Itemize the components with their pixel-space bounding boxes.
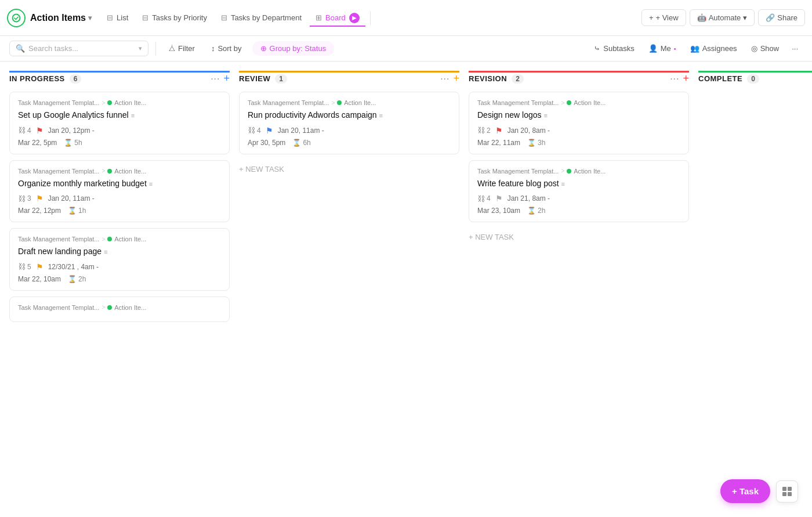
status-dot — [567, 100, 571, 105]
card-title: Write feature blog post≡ — [477, 178, 680, 190]
subtask-icon: ⛓ — [18, 194, 26, 203]
breadcrumb-arrow: > — [102, 304, 105, 310]
assignees-icon: 👥 — [690, 44, 699, 53]
start-date: Jan 20, 11am - — [278, 126, 324, 135]
card-description-icon: ≡ — [544, 112, 548, 119]
duration: ⌛ 1h — [68, 207, 86, 215]
automate-button[interactable]: 🤖 Automate ▾ — [690, 9, 755, 26]
view-button[interactable]: + + View — [641, 9, 686, 26]
duration: ⌛ 2h — [68, 275, 86, 283]
hourglass-icon: ⌛ — [64, 139, 72, 147]
add-task-fab[interactable]: + Task — [720, 479, 770, 503]
task-card[interactable]: Task Management Templat... > Action Ite.… — [9, 228, 230, 291]
subtask-icon: ⛓ — [477, 126, 485, 135]
card-title: Set up Google Analytics funnel≡ — [18, 110, 221, 121]
col-title-complete: COMPLETE — [698, 74, 742, 83]
col-count-review: 1 — [275, 74, 287, 84]
hourglass-icon: ⌛ — [68, 207, 77, 215]
col-add-revision[interactable]: + — [683, 73, 689, 85]
col-header-review: REVIEW1···+ — [239, 71, 459, 92]
end-date: Mar 22, 5pm — [18, 139, 57, 147]
card-description-icon: ≡ — [104, 248, 107, 255]
tasks-priority-icon: ⊟ — [142, 13, 148, 22]
task-card[interactable]: Task Management Templat... > Action Ite.… — [9, 160, 230, 223]
col-menu-review[interactable]: ··· — [440, 74, 449, 84]
card-partial[interactable]: Task Management Templat...>Action Ite... — [9, 297, 230, 322]
group-button[interactable]: ⊕ Group by: Status — [252, 41, 335, 56]
col-count-complete: 0 — [747, 74, 759, 84]
col-title-in-progress: IN PROGRESS — [9, 74, 65, 83]
breadcrumb-arrow: > — [102, 236, 105, 243]
col-header-in-progress: IN PROGRESS6···+ — [9, 71, 230, 92]
col-body-complete — [698, 92, 812, 517]
card-breadcrumb: Task Management Templat... > Action Ite.… — [248, 99, 451, 106]
col-actions-review: ···+ — [440, 73, 459, 85]
new-task-revision[interactable]: + NEW TASK — [469, 228, 689, 246]
end-date: Mar 22, 10am — [18, 275, 61, 283]
grid-view-button[interactable] — [776, 480, 798, 502]
end-date: Mar 22, 11am — [477, 139, 520, 147]
card-breadcrumb: Task Management Templat... > Action Ite.… — [18, 236, 221, 243]
task-card[interactable]: Task Management Templat... > Action Ite.… — [469, 160, 689, 223]
card-footer: Mar 22, 10am⌛ 2h — [18, 275, 221, 283]
col-add-in-progress[interactable]: + — [223, 73, 230, 85]
card-title: Organize monthly marketing budget≡ — [18, 178, 221, 190]
nav-tasks-priority[interactable]: ⊟ Tasks by Priority — [136, 10, 213, 26]
nav-list[interactable]: ⊟ List — [101, 10, 134, 26]
subtask-icon: ⛓ — [248, 126, 255, 135]
start-date: Jan 20, 8am - — [507, 126, 550, 135]
priority-flag: ⚑ — [36, 126, 44, 135]
hourglass-icon: ⌛ — [527, 207, 536, 215]
col-menu-revision[interactable]: ··· — [670, 74, 679, 84]
search-input[interactable] — [28, 44, 135, 53]
breadcrumb-list: Action Ite... — [574, 99, 606, 106]
share-button[interactable]: 🔗 Share — [758, 9, 805, 26]
task-card[interactable]: Task Management Templat... > Action Ite.… — [9, 92, 230, 154]
card-meta: ⛓ 5⚑12/30/21 , 4am - — [18, 262, 221, 272]
app-icon — [7, 9, 26, 27]
priority-flag: ⚑ — [495, 126, 503, 135]
card-description-icon: ≡ — [561, 180, 565, 187]
start-date: Jan 20, 12pm - — [48, 126, 95, 135]
top-nav: Action Items ▾ ⊟ List ⊟ Tasks by Priorit… — [0, 0, 812, 36]
status-dot — [107, 237, 112, 241]
me-button[interactable]: 👤 Me • — [643, 41, 682, 56]
subtask-count: ⛓ 2 — [477, 126, 491, 135]
search-box[interactable]: 🔍 ▾ — [9, 41, 148, 56]
col-header-complete: COMPLETE0···+ — [698, 71, 812, 92]
show-button[interactable]: ◎ Show — [745, 41, 785, 56]
app-title[interactable]: Action Items ▾ — [30, 13, 92, 23]
duration: ⌛ 2h — [527, 207, 545, 215]
col-add-review[interactable]: + — [453, 73, 459, 85]
task-card[interactable]: Task Management Templat... > Action Ite.… — [239, 92, 459, 154]
filter-button[interactable]: ⧊ Filter — [163, 41, 201, 56]
subtask-count: ⛓ 4 — [248, 126, 261, 135]
svg-rect-2 — [788, 487, 792, 491]
breadcrumb-list: Action Ite... — [114, 99, 146, 106]
assignees-button[interactable]: 👥 Assignees — [684, 41, 743, 56]
breadcrumb-arrow: > — [102, 168, 105, 174]
column-revision: REVISION2···+Task Management Templat... … — [469, 71, 689, 517]
col-body-in-progress: Task Management Templat... > Action Ite.… — [9, 92, 230, 517]
col-menu-in-progress[interactable]: ··· — [211, 74, 220, 84]
more-button[interactable]: ··· — [787, 41, 803, 56]
breadcrumb-list: Action Ite... — [574, 168, 606, 175]
new-task-review[interactable]: + NEW TASK — [239, 160, 459, 178]
share-icon: 🔗 — [766, 13, 775, 22]
duration: ⌛ 5h — [64, 139, 82, 147]
group-icon: ⊕ — [260, 44, 267, 53]
tasks-dept-icon: ⊟ — [221, 13, 227, 22]
card-description-icon: ≡ — [379, 112, 383, 119]
priority-flag: ⚑ — [495, 194, 503, 203]
nav-board[interactable]: ⊞ Board ▶ — [310, 9, 365, 27]
breadcrumb-arrow: > — [561, 100, 564, 106]
me-icon: 👤 — [648, 44, 658, 53]
sort-button[interactable]: ↕ Sort by — [205, 41, 248, 56]
board-icon: ⊞ — [316, 13, 322, 22]
board: IN PROGRESS6···+Task Management Templat.… — [0, 62, 812, 517]
nav-tasks-department[interactable]: ⊟ Tasks by Department — [215, 10, 307, 26]
subtasks-button[interactable]: ⤷ Subtasks — [588, 41, 640, 56]
col-actions-in-progress: ···+ — [211, 73, 230, 85]
task-card[interactable]: Task Management Templat... > Action Ite.… — [469, 92, 689, 154]
col-count-revision: 2 — [512, 74, 524, 84]
